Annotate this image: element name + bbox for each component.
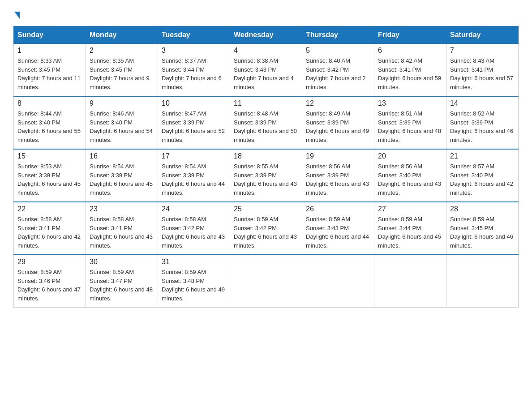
calendar-cell: 25Sunrise: 8:59 AMSunset: 3:42 PMDayligh…	[230, 202, 302, 255]
calendar-week-row: 22Sunrise: 8:58 AMSunset: 3:41 PMDayligh…	[14, 202, 519, 255]
day-number: 1	[17, 47, 82, 55]
day-info: Sunrise: 8:54 AMSunset: 3:39 PMDaylight:…	[90, 163, 153, 196]
day-number: 23	[90, 205, 154, 213]
day-info: Sunrise: 8:52 AMSunset: 3:39 PMDaylight:…	[450, 110, 513, 143]
day-info: Sunrise: 8:40 AMSunset: 3:42 PMDaylight:…	[306, 57, 366, 90]
day-info: Sunrise: 8:46 AMSunset: 3:40 PMDaylight:…	[90, 110, 153, 143]
day-number: 18	[234, 152, 298, 160]
day-number: 25	[234, 205, 298, 213]
calendar-cell: 3Sunrise: 8:37 AMSunset: 3:44 PMDaylight…	[158, 44, 230, 97]
header-monday: Monday	[86, 26, 158, 44]
calendar-cell: 13Sunrise: 8:51 AMSunset: 3:39 PMDayligh…	[374, 96, 446, 149]
day-info: Sunrise: 8:33 AMSunset: 3:45 PMDaylight:…	[17, 57, 81, 90]
day-info: Sunrise: 8:37 AMSunset: 3:44 PMDaylight:…	[162, 57, 222, 90]
page-header	[13, 9, 519, 19]
header-tuesday: Tuesday	[158, 26, 230, 44]
day-number: 31	[162, 258, 226, 266]
day-number: 7	[450, 47, 515, 55]
calendar-cell: 23Sunrise: 8:58 AMSunset: 3:41 PMDayligh…	[86, 202, 158, 255]
calendar-cell	[230, 255, 302, 308]
day-info: Sunrise: 8:55 AMSunset: 3:39 PMDaylight:…	[234, 163, 297, 196]
calendar-cell: 18Sunrise: 8:55 AMSunset: 3:39 PMDayligh…	[230, 149, 302, 202]
day-number: 26	[306, 205, 370, 213]
day-info: Sunrise: 8:42 AMSunset: 3:41 PMDaylight:…	[378, 57, 441, 90]
calendar-cell: 21Sunrise: 8:57 AMSunset: 3:40 PMDayligh…	[446, 149, 519, 202]
day-info: Sunrise: 8:54 AMSunset: 3:39 PMDaylight:…	[162, 163, 225, 196]
day-number: 28	[450, 205, 515, 213]
day-number: 2	[90, 47, 154, 55]
day-number: 3	[162, 47, 226, 55]
header-wednesday: Wednesday	[230, 26, 302, 44]
day-info: Sunrise: 8:35 AMSunset: 3:45 PMDaylight:…	[90, 57, 150, 90]
day-number: 5	[306, 47, 370, 55]
calendar-cell: 11Sunrise: 8:48 AMSunset: 3:39 PMDayligh…	[230, 96, 302, 149]
calendar-cell: 20Sunrise: 8:56 AMSunset: 3:40 PMDayligh…	[374, 149, 446, 202]
day-number: 8	[17, 99, 82, 107]
header-thursday: Thursday	[302, 26, 374, 44]
day-number: 22	[17, 205, 82, 213]
calendar-cell: 6Sunrise: 8:42 AMSunset: 3:41 PMDaylight…	[374, 44, 446, 97]
header-friday: Friday	[374, 26, 446, 44]
day-info: Sunrise: 8:58 AMSunset: 3:41 PMDaylight:…	[90, 216, 153, 249]
calendar-cell: 16Sunrise: 8:54 AMSunset: 3:39 PMDayligh…	[86, 149, 158, 202]
header-saturday: Saturday	[446, 26, 519, 44]
day-info: Sunrise: 8:59 AMSunset: 3:48 PMDaylight:…	[162, 269, 225, 302]
day-number: 16	[90, 152, 154, 160]
calendar-week-row: 29Sunrise: 8:59 AMSunset: 3:46 PMDayligh…	[14, 255, 519, 308]
day-info: Sunrise: 8:53 AMSunset: 3:39 PMDaylight:…	[17, 163, 81, 196]
day-number: 10	[162, 99, 226, 107]
calendar-cell: 14Sunrise: 8:52 AMSunset: 3:39 PMDayligh…	[446, 96, 519, 149]
day-info: Sunrise: 8:59 AMSunset: 3:45 PMDaylight:…	[450, 216, 513, 249]
calendar-cell: 8Sunrise: 8:44 AMSunset: 3:40 PMDaylight…	[14, 96, 86, 149]
day-number: 13	[378, 99, 442, 107]
day-number: 29	[17, 258, 82, 266]
day-info: Sunrise: 8:59 AMSunset: 3:42 PMDaylight:…	[234, 216, 297, 249]
calendar-week-row: 8Sunrise: 8:44 AMSunset: 3:40 PMDaylight…	[14, 96, 519, 149]
day-number: 27	[378, 205, 442, 213]
day-number: 11	[234, 99, 298, 107]
day-number: 12	[306, 99, 370, 107]
day-info: Sunrise: 8:44 AMSunset: 3:40 PMDaylight:…	[17, 110, 81, 143]
calendar-cell: 31Sunrise: 8:59 AMSunset: 3:48 PMDayligh…	[158, 255, 230, 308]
day-number: 17	[162, 152, 226, 160]
day-info: Sunrise: 8:59 AMSunset: 3:47 PMDaylight:…	[90, 269, 153, 302]
day-info: Sunrise: 8:47 AMSunset: 3:39 PMDaylight:…	[162, 110, 225, 143]
calendar-cell: 10Sunrise: 8:47 AMSunset: 3:39 PMDayligh…	[158, 96, 230, 149]
calendar-cell: 1Sunrise: 8:33 AMSunset: 3:45 PMDaylight…	[14, 44, 86, 97]
calendar-table: SundayMondayTuesdayWednesdayThursdayFrid…	[13, 26, 519, 308]
day-info: Sunrise: 8:51 AMSunset: 3:39 PMDaylight:…	[378, 110, 441, 143]
day-number: 20	[378, 152, 442, 160]
calendar-week-row: 15Sunrise: 8:53 AMSunset: 3:39 PMDayligh…	[14, 149, 519, 202]
day-number: 24	[162, 205, 226, 213]
header-sunday: Sunday	[14, 26, 86, 44]
calendar-cell	[302, 255, 374, 308]
day-info: Sunrise: 8:48 AMSunset: 3:39 PMDaylight:…	[234, 110, 297, 143]
calendar-cell: 29Sunrise: 8:59 AMSunset: 3:46 PMDayligh…	[14, 255, 86, 308]
calendar-week-row: 1Sunrise: 8:33 AMSunset: 3:45 PMDaylight…	[14, 44, 519, 97]
day-info: Sunrise: 8:59 AMSunset: 3:46 PMDaylight:…	[17, 269, 81, 302]
day-number: 6	[378, 47, 442, 55]
day-number: 30	[90, 258, 154, 266]
calendar-cell: 27Sunrise: 8:59 AMSunset: 3:44 PMDayligh…	[374, 202, 446, 255]
logo-arrow-icon	[14, 12, 20, 19]
day-number: 14	[450, 99, 515, 107]
calendar-cell	[374, 255, 446, 308]
calendar-cell: 15Sunrise: 8:53 AMSunset: 3:39 PMDayligh…	[14, 149, 86, 202]
calendar-cell: 24Sunrise: 8:58 AMSunset: 3:42 PMDayligh…	[158, 202, 230, 255]
day-number: 4	[234, 47, 298, 55]
day-info: Sunrise: 8:58 AMSunset: 3:41 PMDaylight:…	[17, 216, 81, 249]
calendar-cell: 17Sunrise: 8:54 AMSunset: 3:39 PMDayligh…	[158, 149, 230, 202]
calendar-cell: 4Sunrise: 8:38 AMSunset: 3:43 PMDaylight…	[230, 44, 302, 97]
day-info: Sunrise: 8:57 AMSunset: 3:40 PMDaylight:…	[450, 163, 513, 196]
calendar-cell: 26Sunrise: 8:59 AMSunset: 3:43 PMDayligh…	[302, 202, 374, 255]
calendar-cell: 30Sunrise: 8:59 AMSunset: 3:47 PMDayligh…	[86, 255, 158, 308]
calendar-cell: 5Sunrise: 8:40 AMSunset: 3:42 PMDaylight…	[302, 44, 374, 97]
calendar-cell: 9Sunrise: 8:46 AMSunset: 3:40 PMDaylight…	[86, 96, 158, 149]
day-number: 19	[306, 152, 370, 160]
day-info: Sunrise: 8:56 AMSunset: 3:40 PMDaylight:…	[378, 163, 441, 196]
day-info: Sunrise: 8:59 AMSunset: 3:44 PMDaylight:…	[378, 216, 441, 249]
logo	[13, 9, 20, 19]
day-info: Sunrise: 8:59 AMSunset: 3:43 PMDaylight:…	[306, 216, 369, 249]
day-number: 21	[450, 152, 515, 160]
calendar-cell	[446, 255, 519, 308]
